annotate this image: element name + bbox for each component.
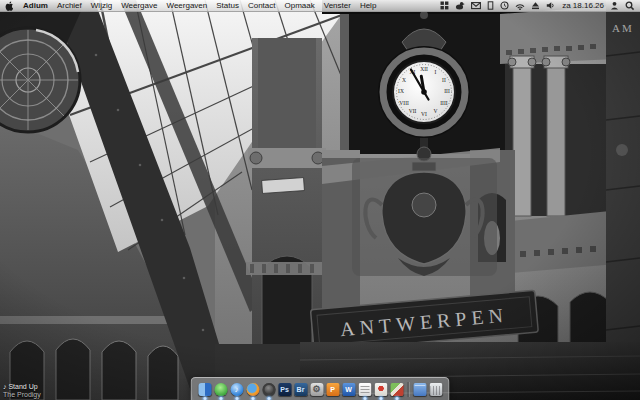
dock-divider: [408, 382, 409, 397]
volume-icon[interactable]: [546, 1, 556, 10]
menu-bar-clock[interactable]: za 18.16.26: [562, 0, 604, 11]
itunes-icon: ♪: [230, 383, 243, 396]
adium-duck-icon: [214, 383, 227, 396]
menu-weergave[interactable]: Weergave: [121, 0, 157, 11]
menu-help[interactable]: Help: [360, 0, 376, 11]
white-red-app-icon: [374, 383, 387, 396]
music-note-icon: ♪: [3, 383, 7, 390]
gear-icon: ⚙: [310, 383, 323, 396]
now-playing-artist: The Prodigy: [3, 391, 41, 399]
textedit-icon: [358, 383, 371, 396]
adobe-bridge-icon: Br: [294, 383, 307, 396]
spaces-grid-icon[interactable]: [440, 1, 449, 10]
apple-logo-icon: [5, 1, 14, 11]
eject-icon[interactable]: [531, 1, 540, 10]
now-playing-track: Stand Up: [8, 383, 37, 390]
multicolor-app-icon: [390, 383, 403, 396]
dock-item-adium[interactable]: [214, 383, 228, 397]
fast-user-switch-icon[interactable]: [610, 1, 619, 10]
firefox-icon: [246, 383, 259, 396]
dock-item-system-preferences[interactable]: ⚙: [310, 383, 324, 397]
dock-item-adobe-bridge[interactable]: Br: [294, 383, 308, 397]
dark-dial-app-icon: [262, 383, 275, 396]
adium-status-duck-icon[interactable]: [455, 1, 465, 10]
dock-item-word[interactable]: W: [342, 383, 356, 397]
dock-item-documents-folder[interactable]: [413, 383, 427, 397]
dock-item-multicolor-app[interactable]: [390, 383, 404, 397]
dock-item-white-red-app[interactable]: [374, 383, 388, 397]
apple-menu[interactable]: [5, 1, 14, 11]
menu-contact[interactable]: Contact: [248, 0, 276, 11]
photoshop-icon: Ps: [278, 383, 291, 396]
word-icon: W: [342, 383, 355, 396]
dock-item-textedit[interactable]: [358, 383, 372, 397]
menu-bar: Adium Archief Wijzig Weergave Weergaven …: [0, 0, 640, 12]
dock-item-firefox[interactable]: [246, 383, 260, 397]
time-machine-clock-icon[interactable]: [500, 1, 509, 10]
script-doc-icon[interactable]: [487, 1, 494, 10]
menu-adium[interactable]: Adium: [23, 0, 48, 11]
trash-icon: [429, 383, 442, 396]
dock: ♪ Ps Br ⚙ P W: [191, 377, 450, 400]
now-playing-overlay: ♪ Stand Up The Prodigy: [3, 383, 41, 399]
dock-item-photoshop[interactable]: Ps: [278, 383, 292, 397]
powerpoint-icon: P: [326, 383, 339, 396]
desktop: AM XIII IIIII IIIIV VIVII VIIIIX XXI: [0, 0, 640, 400]
menu-wijzig[interactable]: Wijzig: [91, 0, 112, 11]
spotlight-icon[interactable]: [625, 1, 635, 11]
finder-icon: [198, 383, 211, 396]
dock-item-powerpoint[interactable]: P: [326, 383, 340, 397]
menu-archief[interactable]: Archief: [57, 0, 82, 11]
dock-item-finder[interactable]: [198, 383, 212, 397]
menu-weergaven[interactable]: Weergaven: [166, 0, 207, 11]
wallpaper-antwerp-station-photo: AM XIII IIIII IIIIV VIVII VIIIIX XXI: [0, 0, 640, 400]
dock-item-dark-dial-app[interactable]: [262, 383, 276, 397]
menu-venster[interactable]: Venster: [324, 0, 351, 11]
dock-item-trash[interactable]: [429, 383, 443, 397]
dock-item-itunes[interactable]: ♪: [230, 383, 244, 397]
folder-icon: [413, 383, 426, 396]
airport-wifi-icon[interactable]: [515, 1, 525, 10]
menu-opmaak[interactable]: Opmaak: [285, 0, 315, 11]
menu-status[interactable]: Status: [216, 0, 239, 11]
mail-icon[interactable]: [471, 1, 481, 10]
